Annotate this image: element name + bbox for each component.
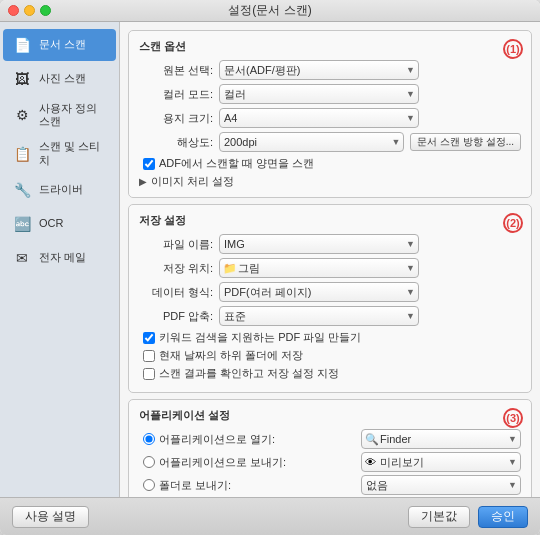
pdf-compress-select-wrapper: 표준 ▼ xyxy=(219,306,419,326)
window: 설정(문서 스캔) 📄 문서 스캔 🖼 사진 스캔 ⚙ 사용자 정의 스캔 📋 … xyxy=(0,0,540,535)
app-settings-section: 어플리케이션 설정 (3) 어플리케이션으로 열기: Finder 🔍 ▼ xyxy=(128,399,532,497)
radio-folder-label: 폴더로 보내기: xyxy=(159,478,231,493)
sidebar-item-custom-scan[interactable]: ⚙ 사용자 정의 스캔 xyxy=(3,97,116,133)
save-checkbox2[interactable] xyxy=(143,350,155,362)
save-settings-number: (2) xyxy=(503,213,523,233)
sidebar: 📄 문서 스캔 🖼 사진 스캔 ⚙ 사용자 정의 스캔 📋 스캔 및 스티치 🔧… xyxy=(0,22,120,497)
folder-select[interactable]: 없음 xyxy=(361,475,521,495)
titlebar: 설정(문서 스캔) xyxy=(0,0,540,22)
color-row: 컬러 모드: 컬러 ▼ xyxy=(139,84,521,104)
expand-arrow-icon: ▶ xyxy=(139,176,147,187)
scan-options-section: 스캔 옵션 (1) 원본 선택: 문서(ADF/평판) ▼ 컬러 모드: xyxy=(128,30,532,198)
traffic-lights xyxy=(8,5,51,16)
save-checkbox3[interactable] xyxy=(143,368,155,380)
main-content: 📄 문서 스캔 🖼 사진 스캔 ⚙ 사용자 정의 스캔 📋 스캔 및 스티치 🔧… xyxy=(0,22,540,497)
resolution-row: 해상도: 200dpi ▼ 문서 스캔 방향 설정... xyxy=(139,132,521,152)
source-label: 원본 선택: xyxy=(139,63,219,78)
radio-open-app-label: 어플리케이션으로 열기: xyxy=(159,432,275,447)
ok-button[interactable]: 승인 xyxy=(478,506,528,528)
paper-select[interactable]: A4 xyxy=(219,108,419,128)
sidebar-label-document-scan: 문서 스캔 xyxy=(39,38,86,51)
sidebar-label-ocr: OCR xyxy=(39,217,63,230)
resolution-label: 해상도: xyxy=(139,135,219,150)
adf-checkbox[interactable] xyxy=(143,158,155,170)
sidebar-item-document-scan[interactable]: 📄 문서 스캔 xyxy=(3,29,116,61)
minimize-button[interactable] xyxy=(24,5,35,16)
app-settings-title: 어플리케이션 설정 xyxy=(139,408,521,423)
save-location-label: 저장 위치: xyxy=(139,261,219,276)
source-row: 원본 선택: 문서(ADF/평판) ▼ xyxy=(139,60,521,80)
save-checkbox1[interactable] xyxy=(143,332,155,344)
save-checkbox2-row: 현재 날짜의 하위 폴더에 저장 xyxy=(139,348,521,363)
document-scan-icon: 📄 xyxy=(11,34,33,56)
paper-label: 용지 크기: xyxy=(139,111,219,126)
radio-folder[interactable] xyxy=(143,479,155,491)
radio-open-app[interactable] xyxy=(143,433,155,445)
paper-row: 용지 크기: A4 ▼ xyxy=(139,108,521,128)
save-settings-title: 저장 설정 xyxy=(139,213,521,228)
sidebar-label-scan-stitch: 스캔 및 스티치 xyxy=(39,140,108,166)
color-select[interactable]: 컬러 xyxy=(219,84,419,104)
source-select[interactable]: 문서(ADF/평판) xyxy=(219,60,419,80)
ocr-icon: 🔤 xyxy=(11,213,33,235)
save-location-row: 저장 위치: 그림 📁 ▼ xyxy=(139,258,521,278)
maximize-button[interactable] xyxy=(40,5,51,16)
sidebar-item-email[interactable]: ✉ 전자 메일 xyxy=(3,242,116,274)
sidebar-item-driver[interactable]: 🔧 드라이버 xyxy=(3,174,116,206)
radio-send-app[interactable] xyxy=(143,456,155,468)
adf-checkbox-row: ADF에서 스캔할 때 양면을 스캔 xyxy=(139,156,521,171)
filename-label: 파일 이름: xyxy=(139,237,219,252)
resolution-select[interactable]: 200dpi xyxy=(219,132,404,152)
filename-row: 파일 이름: IMG ▼ xyxy=(139,234,521,254)
folder-select-wrapper: 없음 ▼ xyxy=(361,475,521,495)
photo-scan-icon: 🖼 xyxy=(11,68,33,90)
sidebar-label-custom-scan: 사용자 정의 스캔 xyxy=(39,102,108,128)
data-format-label: 데이터 형식: xyxy=(139,285,219,300)
close-button[interactable] xyxy=(8,5,19,16)
save-location-select[interactable]: 그림 xyxy=(219,258,419,278)
scan-stitch-icon: 📋 xyxy=(11,143,33,165)
paper-select-wrapper: A4 ▼ xyxy=(219,108,419,128)
radio-folder-row: 폴더로 보내기: 없음 ▼ xyxy=(139,475,521,495)
data-format-select-wrapper: PDF(여러 페이지) ▼ xyxy=(219,282,419,302)
save-checkbox3-row: 스캔 결과를 확인하고 저장 설정 지정 xyxy=(139,366,521,381)
open-app-select[interactable]: Finder xyxy=(361,429,521,449)
save-settings-section: 저장 설정 (2) 파일 이름: IMG ▼ 저장 위치: 그 xyxy=(128,204,532,393)
driver-icon: 🔧 xyxy=(11,179,33,201)
sidebar-label-driver: 드라이버 xyxy=(39,183,83,196)
scan-options-title: 스캔 옵션 xyxy=(139,39,521,54)
sidebar-label-photo-scan: 사진 스캔 xyxy=(39,72,86,85)
right-panel: 스캔 옵션 (1) 원본 선택: 문서(ADF/평판) ▼ 컬러 모드: xyxy=(120,22,540,497)
filename-select[interactable]: IMG xyxy=(219,234,419,254)
sidebar-item-photo-scan[interactable]: 🖼 사진 스캔 xyxy=(3,63,116,95)
radio-send-app-label: 어플리케이션으로 보내기: xyxy=(159,455,286,470)
pdf-compress-label: PDF 압축: xyxy=(139,309,219,324)
radio-send-app-row: 어플리케이션으로 보내기: 미리보기 👁 ▼ xyxy=(139,452,521,472)
custom-scan-icon: ⚙ xyxy=(11,104,33,126)
sidebar-item-ocr[interactable]: 🔤 OCR xyxy=(3,208,116,240)
color-select-wrapper: 컬러 ▼ xyxy=(219,84,419,104)
image-processing-label: 이미지 처리 설정 xyxy=(151,174,234,189)
data-format-select[interactable]: PDF(여러 페이지) xyxy=(219,282,419,302)
save-checkbox3-label: 스캔 결과를 확인하고 저장 설정 지정 xyxy=(159,366,339,381)
data-format-row: 데이터 형식: PDF(여러 페이지) ▼ xyxy=(139,282,521,302)
app-settings-number: (3) xyxy=(503,408,523,428)
pdf-compress-select[interactable]: 표준 xyxy=(219,306,419,326)
adf-checkbox-label: ADF에서 스캔할 때 양면을 스캔 xyxy=(159,156,314,171)
pdf-compress-row: PDF 압축: 표준 ▼ xyxy=(139,306,521,326)
scan-direction-button[interactable]: 문서 스캔 방향 설정... xyxy=(410,133,521,151)
source-select-wrapper: 문서(ADF/평판) ▼ xyxy=(219,60,419,80)
default-button[interactable]: 기본값 xyxy=(408,506,470,528)
bottom-bar: 사용 설명 기본값 승인 xyxy=(0,497,540,535)
help-button[interactable]: 사용 설명 xyxy=(12,506,89,528)
image-processing-row[interactable]: ▶ 이미지 처리 설정 xyxy=(139,174,521,189)
save-checkbox1-label: 키워드 검색을 지원하는 PDF 파일 만들기 xyxy=(159,330,361,345)
radio-open-app-row: 어플리케이션으로 열기: Finder 🔍 ▼ xyxy=(139,429,521,449)
save-checkbox1-row: 키워드 검색을 지원하는 PDF 파일 만들기 xyxy=(139,330,521,345)
send-app-select-wrapper: 미리보기 👁 ▼ xyxy=(361,452,521,472)
filename-select-wrapper: IMG ▼ xyxy=(219,234,419,254)
send-app-select[interactable]: 미리보기 xyxy=(361,452,521,472)
window-title: 설정(문서 스캔) xyxy=(228,2,311,19)
sidebar-label-email: 전자 메일 xyxy=(39,251,86,264)
sidebar-item-scan-stitch[interactable]: 📋 스캔 및 스티치 xyxy=(3,135,116,171)
